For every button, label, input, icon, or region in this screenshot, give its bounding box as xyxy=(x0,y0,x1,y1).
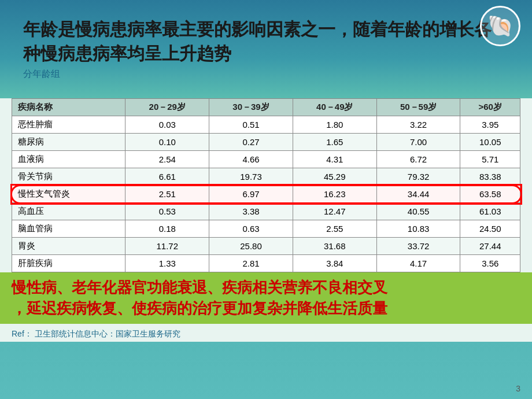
green-banner-text: 慢性病、老年化器官功能衰退、疾病相关营养不良相交叉 ，延迟疾病恢复、使疾病的治疗… xyxy=(12,279,387,317)
table-cell: 2.55 xyxy=(293,220,376,238)
ref-label: Ref： xyxy=(12,329,32,338)
col-age-60plus: >60岁 xyxy=(460,99,520,116)
table-row: 恶性肿瘤0.030.511.803.223.95 xyxy=(12,116,520,134)
page-number: 3 xyxy=(516,384,520,393)
table-cell: 6.72 xyxy=(376,151,460,168)
table-cell: 5.71 xyxy=(460,151,520,168)
table-cell: 4.31 xyxy=(293,151,376,168)
table-header-row: 疾病名称 20－29岁 30－39岁 40－49岁 50－59岁 >60岁 xyxy=(12,99,520,116)
table-cell: 3.22 xyxy=(376,116,460,134)
table-cell: 40.55 xyxy=(376,203,460,220)
table-cell: 3.84 xyxy=(293,255,376,272)
col-age-20-29: 20－29岁 xyxy=(125,99,209,116)
table-cell: 0.18 xyxy=(125,220,209,238)
col-age-30-39: 30－39岁 xyxy=(209,99,293,116)
table-row: 胃炎11.7225.8031.6833.7227.44 xyxy=(12,238,520,255)
col-disease: 疾病名称 xyxy=(12,99,125,116)
table-cell: 6.97 xyxy=(209,186,293,203)
table-cell: 25.80 xyxy=(209,238,293,255)
table-cell: 4.66 xyxy=(209,151,293,168)
table-cell: 3.95 xyxy=(460,116,520,134)
subtitle: 分年龄组 xyxy=(23,68,515,80)
table-cell: 79.32 xyxy=(376,168,460,186)
table-cell: 2.54 xyxy=(125,151,209,168)
table-cell: 0.03 xyxy=(125,116,209,134)
table-cell: 2.81 xyxy=(209,255,293,272)
table-cell: 12.47 xyxy=(293,203,376,220)
table-cell: 11.72 xyxy=(125,238,209,255)
table-cell: 16.23 xyxy=(293,186,376,203)
table-cell: 63.58 xyxy=(460,186,520,203)
table-cell: 3.56 xyxy=(460,255,520,272)
content-area: 疾病名称 20－29岁 30－39岁 40－49岁 50－59岁 >60岁 恶性… xyxy=(0,98,532,272)
table-cell: 1.65 xyxy=(293,134,376,151)
table-row: 高血压0.533.3812.4740.5561.03 xyxy=(12,203,520,220)
table-cell: 胃炎 xyxy=(12,238,125,255)
col-age-50-59: 50－59岁 xyxy=(376,99,460,116)
table-cell: 1.33 xyxy=(125,255,209,272)
table-cell: 0.51 xyxy=(209,116,293,134)
table-wrapper: 疾病名称 20－29岁 30－39岁 40－49岁 50－59岁 >60岁 恶性… xyxy=(12,98,520,272)
table-cell: 0.53 xyxy=(125,203,209,220)
table-cell: 恶性肿瘤 xyxy=(12,116,125,134)
table-cell: 33.72 xyxy=(376,238,460,255)
table-cell: 19.73 xyxy=(209,168,293,186)
table-cell: 高血压 xyxy=(12,203,125,220)
green-banner: 慢性病、老年化器官功能衰退、疾病相关营养不良相交叉 ，延迟疾病恢复、使疾病的治疗… xyxy=(0,272,532,324)
ref-area: Ref： 卫生部统计信息中心：国家卫生服务研究 xyxy=(0,324,532,342)
table-row: 糖尿病0.100.271.657.0010.05 xyxy=(12,134,520,151)
main-title: 年龄是慢病患病率最主要的影响因素之一，随着年龄的增长各种慢病患病率均呈上升趋势 xyxy=(23,17,497,66)
table-cell: 34.44 xyxy=(376,186,460,203)
table-cell: 2.51 xyxy=(125,186,209,203)
table-cell: 3.38 xyxy=(209,203,293,220)
table-cell: 骨关节病 xyxy=(12,168,125,186)
table-row: 肝脏疾病1.332.813.844.173.56 xyxy=(12,255,520,272)
table-row: 脑血管病0.180.632.5510.8324.50 xyxy=(12,220,520,238)
table-cell: 0.63 xyxy=(209,220,293,238)
table-cell: 4.17 xyxy=(376,255,460,272)
table-cell: 0.10 xyxy=(125,134,209,151)
table-cell: 糖尿病 xyxy=(12,134,125,151)
table-cell: 83.38 xyxy=(460,168,520,186)
table-cell: 27.44 xyxy=(460,238,520,255)
table-cell: 脑血管病 xyxy=(12,220,125,238)
table-cell: 61.03 xyxy=(460,203,520,220)
table-cell: 45.29 xyxy=(293,168,376,186)
disease-table: 疾病名称 20－29岁 30－39岁 40－49岁 50－59岁 >60岁 恶性… xyxy=(12,98,520,272)
col-age-40-49: 40－49岁 xyxy=(293,99,376,116)
table-cell: 24.50 xyxy=(460,220,520,238)
ref-content: 卫生部统计信息中心：国家卫生服务研究 xyxy=(35,329,180,338)
table-cell: 慢性支气管炎 xyxy=(12,186,125,203)
table-cell: 7.00 xyxy=(376,134,460,151)
top-area: 🐚 年龄是慢病患病率最主要的影响因素之一，随着年龄的增长各种慢病患病率均呈上升趋… xyxy=(0,0,532,98)
table-cell: 肝脏疾病 xyxy=(12,255,125,272)
table-container-top: 疾病名称 20－29岁 30－39岁 40－49岁 50－59岁 >60岁 恶性… xyxy=(0,98,532,272)
table-cell: 0.27 xyxy=(209,134,293,151)
table-cell: 6.61 xyxy=(125,168,209,186)
table-row: 血液病2.544.664.316.725.71 xyxy=(12,151,520,168)
table-row: 骨关节病6.6119.7345.2979.3283.38 xyxy=(12,168,520,186)
table-cell: 血液病 xyxy=(12,151,125,168)
table-cell: 10.05 xyxy=(460,134,520,151)
logo-icon: 🐚 xyxy=(480,6,520,46)
slide: 🐚 年龄是慢病患病率最主要的影响因素之一，随着年龄的增长各种慢病患病率均呈上升趋… xyxy=(0,0,532,399)
table-cell: 10.83 xyxy=(376,220,460,238)
table-cell: 1.80 xyxy=(293,116,376,134)
table-cell: 31.68 xyxy=(293,238,376,255)
table-row: 慢性支气管炎2.516.9716.2334.4463.58 xyxy=(12,186,520,203)
